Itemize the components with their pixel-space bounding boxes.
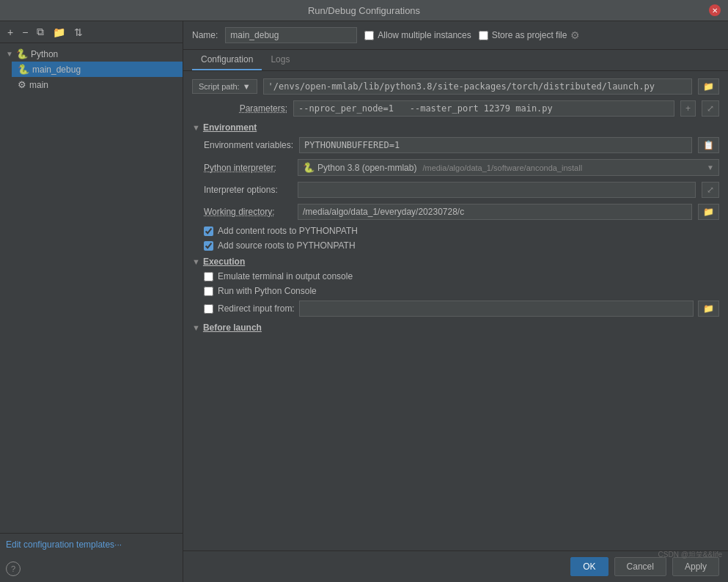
before-launch-section-header: ▼ Before launch: [192, 323, 719, 333]
main-content: + − ⧉ 📁 ⇅ ▼ 🐍 Python 🐍 main_debug: [0, 21, 728, 582]
interpreter-options-expand-button[interactable]: ⤢: [702, 182, 719, 198]
remove-config-button[interactable]: −: [19, 25, 31, 40]
store-as-project-group: Store as project file ⚙: [479, 29, 581, 41]
parameters-expand-button[interactable]: ⤢: [702, 100, 719, 117]
working-directory-input[interactable]: [298, 204, 692, 220]
emulate-terminal-checkbox[interactable]: [204, 272, 213, 281]
before-launch-collapse-button[interactable]: ▼: [192, 323, 200, 332]
script-path-browse-button[interactable]: 📁: [698, 78, 719, 95]
main-item[interactable]: ⚙ main: [12, 77, 183, 92]
run-python-console-checkbox[interactable]: [204, 287, 213, 296]
execution-section: ▼ Execution Emulate terminal in output c…: [192, 257, 719, 317]
store-project-gear-button[interactable]: ⚙: [570, 29, 580, 41]
copy-config-button[interactable]: ⧉: [34, 24, 47, 40]
environment-section-title: Environment: [203, 122, 257, 133]
parameters-label: Parameters:: [192, 103, 287, 114]
run-python-console-label: Run with Python Console: [218, 286, 317, 296]
python-interpreter-name: Python 3.8 (open-mmlab): [317, 163, 416, 173]
emulate-terminal-row: Emulate terminal in output console: [204, 271, 719, 281]
environment-section-header: ▼ Environment: [192, 122, 719, 133]
before-launch-section: ▼ Before launch: [192, 323, 719, 333]
python-interpreter-label: Python interpreter:: [204, 163, 292, 173]
env-vars-browse-button[interactable]: 📋: [698, 137, 719, 153]
allow-multiple-checkbox[interactable]: [364, 31, 374, 40]
left-footer: Edit configuration templates···: [0, 533, 183, 556]
execution-section-header: ▼ Execution: [192, 257, 719, 267]
parameters-row: Parameters: + ⤢: [192, 100, 719, 117]
right-panel: Name: Allow multiple instances Store as …: [183, 21, 728, 582]
before-launch-section-title: Before launch: [203, 323, 262, 333]
add-content-roots-row: Add content roots to PYTHONPATH: [204, 226, 719, 236]
close-button[interactable]: ✕: [709, 4, 721, 16]
interpreter-options-row: Interpreter options: ⤢: [204, 182, 719, 198]
allow-multiple-group: Allow multiple instances: [364, 30, 471, 40]
python-interpreter-row: Python interpreter: 🐍 Python 3.8 (open-m…: [204, 159, 719, 176]
working-directory-browse-button[interactable]: 📁: [698, 204, 719, 220]
redirect-input-row: Redirect input from: 📁: [204, 301, 719, 317]
add-content-roots-label: Add content roots to PYTHONPATH: [218, 226, 358, 236]
config-content: Script path: ▼ 📁 Parameters: + ⤢ ▼ Env: [183, 71, 728, 550]
env-vars-label: Environment variables:: [204, 140, 293, 150]
redirect-input-label: Redirect input from:: [218, 303, 295, 314]
script-path-row: Script path: ▼ 📁: [192, 78, 719, 95]
parameters-add-button[interactable]: +: [680, 100, 696, 117]
python-interpreter-path: /media/algo/data_1/software/anconda_inst…: [422, 163, 582, 172]
name-input[interactable]: [225, 27, 357, 43]
dialog-footer: OK Cancel Apply: [183, 550, 728, 582]
python-interpreter-select[interactable]: 🐍 Python 3.8 (open-mmlab) /media/algo/da…: [298, 159, 719, 176]
add-source-roots-checkbox[interactable]: [204, 241, 213, 251]
redirect-input-browse-button[interactable]: 📁: [698, 301, 719, 317]
store-as-project-label: Store as project file: [492, 30, 567, 40]
run-debug-dialog: Run/Debug Configurations ✕ + − ⧉ 📁 ⇅ ▼ 🐍…: [0, 0, 728, 582]
main-debug-item[interactable]: 🐍 main_debug: [12, 62, 183, 77]
tree-expand-arrow: ▼: [6, 50, 13, 58]
edit-templates-link[interactable]: Edit configuration templates···: [6, 539, 122, 550]
left-toolbar: + − ⧉ 📁 ⇅: [0, 21, 183, 43]
allow-multiple-label: Allow multiple instances: [378, 30, 471, 40]
run-python-console-row: Run with Python Console: [204, 286, 719, 296]
script-path-arrow: ▼: [243, 82, 251, 91]
store-as-project-checkbox[interactable]: [479, 31, 488, 40]
python-group-label: Python: [31, 49, 58, 59]
config-header: Name: Allow multiple instances Store as …: [183, 21, 728, 50]
tab-configuration[interactable]: Configuration: [192, 50, 262, 70]
sort-config-button[interactable]: ⇅: [71, 25, 86, 40]
redirect-input-checkbox[interactable]: [204, 304, 213, 314]
main-debug-label: main_debug: [32, 65, 81, 75]
environment-collapse-button[interactable]: ▼: [192, 123, 200, 132]
left-panel: + − ⧉ 📁 ⇅ ▼ 🐍 Python 🐍 main_debug: [0, 21, 183, 582]
tab-logs[interactable]: Logs: [262, 50, 298, 70]
working-directory-row: Working directory: 📁: [204, 204, 719, 220]
interpreter-options-input[interactable]: [298, 182, 696, 198]
script-path-input[interactable]: [263, 78, 692, 95]
env-vars-row: Environment variables: 📋: [204, 137, 719, 153]
add-config-button[interactable]: +: [4, 25, 16, 40]
interpreter-options-label: Interpreter options:: [204, 185, 292, 195]
tabs-bar: Configuration Logs: [183, 50, 728, 71]
main-icon: ⚙: [18, 79, 26, 90]
parameters-input[interactable]: [293, 100, 674, 117]
watermark: CSDN @坦笑&&life: [658, 550, 722, 560]
main-label: main: [29, 80, 48, 90]
title-bar: Run/Debug Configurations ✕: [0, 0, 728, 21]
ok-button[interactable]: OK: [570, 557, 608, 576]
redirect-input-field[interactable]: [299, 301, 694, 317]
add-content-roots-checkbox[interactable]: [204, 226, 213, 236]
main-debug-icon: 🐍: [18, 64, 29, 75]
python-group-item[interactable]: ▼ 🐍 Python: [0, 46, 183, 62]
help-button[interactable]: ?: [6, 561, 21, 576]
move-config-button[interactable]: 📁: [50, 25, 68, 40]
config-tree: ▼ 🐍 Python 🐍 main_debug ⚙ main: [0, 43, 183, 533]
dialog-title: Run/Debug Configurations: [19, 5, 709, 16]
python-group-children: 🐍 main_debug ⚙ main: [0, 62, 183, 92]
env-vars-input[interactable]: [299, 137, 692, 153]
add-source-roots-row: Add source roots to PYTHONPATH: [204, 240, 719, 251]
python-folder-icon: 🐍: [16, 48, 28, 59]
emulate-terminal-label: Emulate terminal in output console: [218, 271, 353, 281]
execution-collapse-button[interactable]: ▼: [192, 257, 200, 266]
script-path-label: Script path:: [199, 82, 240, 91]
execution-section-title: Execution: [203, 257, 245, 267]
script-path-dropdown-button[interactable]: Script path: ▼: [192, 79, 257, 94]
python-logo-icon: 🐍: [303, 162, 315, 173]
interpreter-select-arrow-icon: ▼: [707, 163, 714, 172]
